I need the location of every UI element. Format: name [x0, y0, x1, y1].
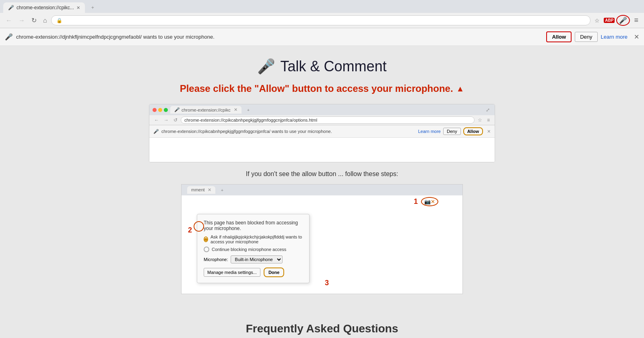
reload-button[interactable]: ↻	[29, 15, 39, 26]
inner-back-btn[interactable]: ←	[153, 116, 161, 124]
close-circle	[153, 108, 157, 112]
permission-message: chrome-extension://djnhkfljnimcpelfndpcj…	[16, 34, 543, 40]
popup-tab-close[interactable]: ✕	[208, 187, 211, 192]
inner-titlebar: 🎤 chrome-extension://cpikc ✕ + ⤢	[149, 104, 495, 115]
tab-favicon: 🎤	[8, 5, 14, 10]
inactive-tab[interactable]: +	[87, 2, 103, 13]
page-title: Talk & Comment	[280, 58, 386, 75]
inner-tab-close[interactable]: ✕	[234, 107, 237, 112]
block-radio-label: Continue blocking microphone access	[212, 247, 286, 252]
mic-nav-icon[interactable]: 🎤	[616, 15, 630, 26]
title-bar: 🎤 chrome-extension://cpikc... ✕ +	[0, 0, 644, 13]
inner-nav-row: ← → ↺ chrome-extension://cpikcabnhpegkjg…	[149, 115, 495, 125]
step3-label: 3	[325, 279, 329, 287]
inner-address-bar: chrome-extension://cpikcabnhpegkjgjfggmf…	[181, 116, 475, 124]
popup-box-wrapper: This page has been blocked from accessin…	[197, 210, 310, 287]
manage-media-button[interactable]: Manage media settings...	[204, 268, 260, 277]
inner-permission-bar: 🎤 chrome-extension://cpikcabnhpegkjgjfgg…	[149, 125, 495, 138]
inner-tab-favicon: 🎤	[174, 107, 180, 112]
learn-more-link[interactable]: Learn more	[601, 34, 627, 40]
allow-radio-label: Ask if nhaiigijkpjokjckchjcjakokpjfldddj…	[211, 234, 303, 244]
nav-bar: ← → ↻ ⌂ 🔒 chrome-extension://djnhkfljnim…	[0, 13, 644, 28]
inner-reload-btn[interactable]: ↺	[172, 116, 179, 124]
faq-title: Frequently Asked Questions	[149, 322, 495, 335]
inner-learn-more[interactable]: Learn more	[418, 129, 441, 134]
step1-area: 1 📷✕	[414, 197, 438, 206]
allow-radio-option[interactable]: Ask if nhaiigijkpjokjckchjcjakokpjfldddj…	[204, 234, 303, 244]
inner-new-tab: +	[244, 106, 253, 114]
follow-steps-text: If you don't see the allow button ... fo…	[149, 170, 495, 178]
popup-body: 1 📷✕ 2 This page has been blocked from a…	[182, 195, 462, 294]
forward-button[interactable]: →	[16, 15, 27, 26]
inner-deny-btn[interactable]: Deny	[443, 128, 461, 135]
inner-perm-message: chrome-extension://cpikcabnhpegkjgjfggmf…	[161, 129, 416, 134]
page-mic-icon: 🎤	[257, 58, 275, 75]
active-tab[interactable]: 🎤 chrome-extension://cpikc... ✕	[3, 2, 85, 13]
instruction-text: Please click the "Allow" button to acces…	[149, 83, 495, 94]
step1-label: 1	[414, 197, 418, 206]
nav-icons: ☆ ABP 🎤 ≡	[592, 15, 641, 26]
deny-button[interactable]: Deny	[575, 32, 597, 42]
mic-select-label: Microphone:	[204, 257, 228, 262]
permission-bar: 🎤 chrome-extension://djnhkfljnimcpelfndp…	[0, 28, 644, 46]
popup-tab-text: mment	[191, 187, 205, 192]
menu-button[interactable]: ≡	[632, 15, 641, 26]
back-button[interactable]: ←	[3, 15, 14, 26]
main-content: 🎤 Talk & Comment Please click the "Allow…	[141, 46, 503, 314]
popup-title: This page has been blocked from accessin…	[204, 220, 303, 231]
step3-area: 3	[325, 279, 330, 287]
popup-ss-newtab: +	[218, 187, 227, 194]
inner-forward-btn[interactable]: →	[162, 116, 170, 124]
mic-select-dropdown[interactable]: Built-in Microphone	[231, 255, 283, 263]
step2-popup-area: 2 This page has been blocked from access…	[188, 210, 456, 287]
tab-close-btn[interactable]: ✕	[76, 5, 80, 10]
popup-actions: Manage media settings... Done	[204, 267, 303, 277]
address-lock-icon: 🔒	[56, 18, 62, 23]
popup-ss-header: mment ✕ +	[182, 185, 462, 195]
inner-star-btn[interactable]: ☆	[476, 116, 484, 124]
address-bar: 🔒 chrome-extension://djnhkfljnimcpelfndp…	[51, 15, 591, 25]
browser-window: 🎤 chrome-extension://cpikc... ✕ + ← → ↻ …	[0, 0, 644, 338]
permission-popup: This page has been blocked from accessin…	[197, 214, 310, 283]
inner-expand-btn[interactable]: ⤢	[484, 106, 491, 114]
inner-perm-mic-icon: 🎤	[153, 129, 159, 134]
inner-page-body	[149, 138, 495, 162]
block-radio-option[interactable]: Continue blocking microphone access	[204, 247, 303, 252]
address-input[interactable]: chrome-extension://djnhkfljnimcpelfndpcj…	[65, 17, 586, 23]
adblock-icon: ABP	[604, 18, 615, 23]
mic-select-row: Microphone: Built-in Microphone	[204, 255, 303, 263]
done-button[interactable]: Done	[264, 267, 285, 277]
allow-button[interactable]: Allow	[546, 31, 572, 42]
tab-label: chrome-extension://cpikc...	[17, 5, 74, 10]
arrow-up-icon: ▲	[456, 84, 464, 93]
camera-blocked-icon-circle: 📷✕	[421, 197, 438, 206]
block-radio-circle	[204, 247, 209, 252]
allow-radio-inner	[204, 238, 207, 241]
inner-allow-btn[interactable]: Allow	[463, 127, 483, 135]
page-title-row: 🎤 Talk & Comment	[149, 58, 495, 75]
inner-perm-close[interactable]: ✕	[487, 129, 491, 134]
permission-mic-icon: 🎤	[5, 33, 13, 41]
minimize-circle	[158, 108, 162, 112]
home-button[interactable]: ⌂	[41, 15, 50, 26]
inner-tab: 🎤 chrome-extension://cpikc ✕	[170, 106, 242, 114]
allow-radio-circle	[204, 236, 208, 242]
inner-browser-screenshot: 🎤 chrome-extension://cpikc ✕ + ⤢ ← → ↺	[149, 104, 495, 162]
page-content: 🎤 Talk & Comment Please click the "Allow…	[0, 46, 644, 338]
step2-label: 2	[188, 226, 192, 234]
inner-tab-label: chrome-extension://cpikc	[182, 108, 231, 112]
popup-ss-tab: mment ✕	[187, 186, 215, 194]
faq-section: Frequently Asked Questions Q: I don't se…	[141, 314, 503, 338]
traffic-lights	[153, 108, 168, 112]
star-button[interactable]: ☆	[592, 16, 602, 25]
popup-screenshot: mment ✕ + 1 📷✕ 2	[181, 184, 463, 294]
permission-close-button[interactable]: ✕	[634, 33, 639, 41]
maximize-circle	[164, 108, 168, 112]
inner-menu-btn[interactable]: ≡	[485, 116, 491, 124]
